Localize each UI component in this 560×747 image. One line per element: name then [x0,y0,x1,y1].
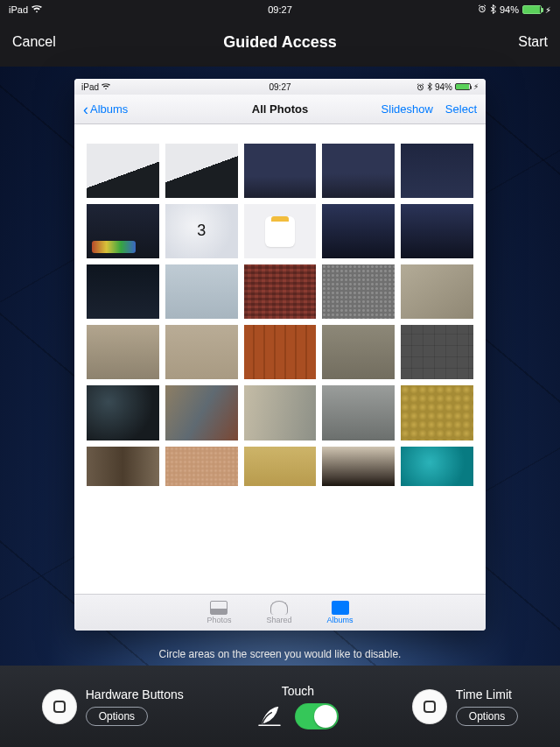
photo-thumb[interactable] [401,325,473,379]
preview-clock: 09:27 [269,82,290,92]
preview-device: iPad [81,82,99,92]
photo-thumb[interactable] [165,385,238,440]
bluetooth-icon [427,82,432,91]
cloud-icon [270,601,288,615]
charging-icon: ⚡︎ [473,82,479,91]
photo-thumb[interactable] [165,264,238,319]
photo-thumb[interactable] [87,204,159,258]
photo-thumb[interactable] [322,447,395,487]
back-button[interactable]: ‹ Albums [83,102,128,116]
options-bar: Hardware Buttons Options Touch Time Limi… [0,666,560,747]
page-title: Guided Access [223,33,336,52]
photo-thumb[interactable] [165,325,238,379]
photo-thumb[interactable] [87,447,159,487]
device-label: iPad [9,4,28,15]
slideshow-button[interactable]: Slideshow [382,102,433,116]
hardware-buttons-label: Hardware Buttons [86,687,184,701]
instruction-text: Circle areas on the screen you would lik… [0,648,560,660]
albums-icon [332,601,349,615]
photo-thumb[interactable] [165,447,238,487]
photo-thumb[interactable] [401,385,473,440]
tab-label: Albums [327,616,354,624]
photo-thumb[interactable] [87,325,159,379]
wifi-icon [32,4,42,15]
photo-thumb[interactable] [322,204,395,258]
photo-thumb[interactable] [87,385,159,440]
photo-thumb[interactable] [244,144,317,198]
stop-icon [53,701,66,713]
tab-label: Photos [206,616,231,624]
charging-icon: ⚡︎ [545,5,551,15]
stop-icon [424,701,436,713]
photo-thumb[interactable] [401,204,473,258]
photo-thumb[interactable] [322,264,395,319]
clock: 09:27 [268,4,292,15]
photo-thumb[interactable] [244,325,317,379]
battery-icon [522,5,542,14]
photo-thumb[interactable] [401,447,473,487]
photo-thumb[interactable] [244,385,317,440]
time-limit-group: Time Limit Options [412,687,518,726]
touch-label: Touch [282,684,314,698]
app-preview[interactable]: iPad 09:27 94% ⚡︎ ‹ Albums All Photos Sl [74,79,486,631]
preview-battery-pct: 94% [435,82,452,92]
bluetooth-icon [490,4,496,16]
photo-grid[interactable] [74,124,486,594]
photo-thumb[interactable] [244,204,317,258]
photo-thumb[interactable] [322,385,395,440]
preview-status-bar: iPad 09:27 94% ⚡︎ [74,79,486,95]
time-limit-options-button[interactable]: Options [456,707,518,726]
tab-label: Shared [266,616,291,624]
photo-thumb[interactable] [401,144,473,198]
start-button[interactable]: Start [518,34,548,50]
tab-photos[interactable]: Photos [206,601,231,624]
time-limit-toggle[interactable] [412,689,447,724]
select-button[interactable]: Select [445,102,477,116]
hardware-buttons-group: Hardware Buttons Options [42,687,184,726]
tab-albums[interactable]: Albums [327,601,354,624]
preview-tabbar: Photos Shared Albums [74,594,486,631]
tab-shared[interactable]: Shared [266,601,291,624]
cancel-button[interactable]: Cancel [12,34,56,50]
photo-thumb[interactable] [87,144,159,198]
guided-access-nav: Cancel Guided Access Start [0,18,560,67]
photo-thumb[interactable] [401,264,473,319]
back-label: Albums [90,102,128,116]
time-limit-label: Time Limit [456,687,512,701]
status-bar: iPad 09:27 94% ⚡︎ [0,0,560,18]
photo-thumb[interactable] [322,325,395,379]
app-preview-backdrop[interactable]: iPad 09:27 94% ⚡︎ ‹ Albums All Photos Sl [0,67,560,666]
alarm-icon [478,4,486,15]
photo-thumb[interactable] [322,144,395,198]
photo-thumb[interactable] [87,264,159,319]
alarm-icon [416,83,424,91]
touch-group: Touch [256,684,339,729]
photo-thumb[interactable] [165,204,238,258]
preview-title: All Photos [252,102,308,116]
photo-thumb[interactable] [244,447,317,487]
touch-switch[interactable] [295,703,339,729]
wifi-icon [102,82,110,92]
photo-thumb[interactable] [165,144,238,198]
battery-pct: 94% [500,4,519,15]
battery-icon [455,83,471,90]
preview-nav: ‹ Albums All Photos Slideshow Select [74,95,486,124]
photo-thumb[interactable] [244,264,317,319]
photos-icon [210,601,228,615]
quill-icon [256,705,283,728]
hardware-options-button[interactable]: Options [86,707,148,726]
hardware-buttons-toggle[interactable] [42,689,77,724]
